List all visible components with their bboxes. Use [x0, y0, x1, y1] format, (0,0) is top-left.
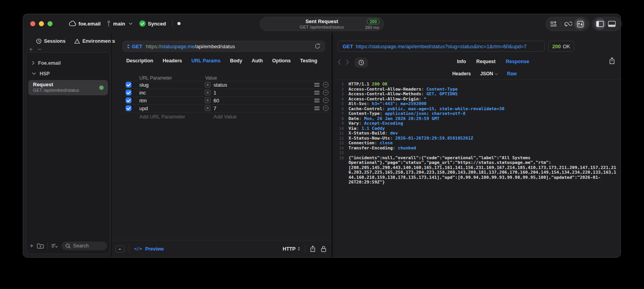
multiline-icon[interactable]	[314, 106, 319, 111]
sync-status-label: Synced	[148, 21, 166, 27]
tab-headers[interactable]: Headers	[162, 58, 182, 64]
response-body: 1HTTP/1.1 200 OK2Access-Control-Allow-He…	[333, 80, 620, 257]
tab-body[interactable]: Body	[230, 58, 242, 64]
tab-description[interactable]: Description	[126, 58, 153, 64]
equals-icon[interactable]	[205, 90, 210, 95]
expand-panel-button[interactable]	[115, 245, 124, 253]
param-name[interactable]: rtm	[139, 98, 147, 104]
param-name[interactable]: slug	[139, 82, 149, 88]
close-button[interactable]	[30, 21, 35, 26]
equals-icon[interactable]	[205, 82, 210, 87]
param-row-inc: inc1	[112, 89, 332, 96]
method-select[interactable]: GET	[132, 44, 142, 49]
line-number: 9	[333, 121, 348, 126]
param-checkbox[interactable]	[126, 82, 131, 88]
zoom-button[interactable]	[47, 21, 53, 26]
line-number: 1	[333, 82, 348, 87]
chevron-down-icon	[495, 72, 498, 75]
add-param-value[interactable]: Add Value	[213, 112, 237, 122]
method-stepper-icon[interactable]	[127, 44, 130, 49]
response-subtab-json[interactable]: JSON	[480, 71, 498, 76]
remove-session-button[interactable]: −	[38, 47, 41, 52]
remove-param-icon[interactable]	[323, 82, 328, 87]
chevron-down-icon	[32, 72, 36, 75]
add-param-name[interactable]: Add URL Parameter	[139, 112, 185, 122]
sidebar-tab-sessions[interactable]: Sessions	[36, 38, 66, 44]
request-list-button[interactable]	[548, 18, 560, 30]
traffic-lights	[30, 21, 53, 26]
response-subtab-raw[interactable]: Raw	[507, 71, 517, 76]
export-response-button[interactable]	[609, 57, 615, 64]
url-host[interactable]: statuspage.me	[161, 44, 195, 49]
multiline-icon[interactable]	[314, 90, 319, 95]
minimize-button[interactable]	[39, 21, 44, 26]
clock-icon	[36, 38, 42, 44]
protocol-select[interactable]: HTTP	[283, 246, 300, 252]
sidebar-group-hsp[interactable]: HSP	[26, 68, 110, 79]
preview-button[interactable]: Preview	[145, 246, 164, 252]
remove-param-icon[interactable]	[323, 98, 328, 103]
param-checkbox[interactable]	[126, 98, 131, 104]
lock-button[interactable]	[321, 246, 326, 252]
tab-url-params[interactable]: URL Params	[192, 58, 221, 64]
remove-param-icon[interactable]	[323, 90, 328, 95]
request-status-dot	[99, 85, 104, 90]
new-request-button[interactable]: +	[30, 243, 33, 249]
equals-icon[interactable]	[205, 98, 210, 103]
multiline-icon[interactable]	[314, 82, 319, 87]
remove-param-icon[interactable]	[323, 105, 328, 111]
chevron-down-icon	[129, 22, 133, 25]
url-bar[interactable]: GET https://statuspage.me/api/embed/stat…	[122, 41, 325, 52]
sidebar-group-foe-email[interactable]: Foe.email	[26, 58, 110, 68]
line-number: 7	[333, 111, 348, 116]
sort-filter-button[interactable]	[51, 244, 58, 248]
tab-testing[interactable]: Testing	[300, 58, 317, 64]
sidebar-bottom-separator	[47, 243, 48, 249]
param-value[interactable]: 7	[213, 105, 216, 111]
resend-request-button[interactable]	[314, 43, 321, 49]
column-header: URL Parameter	[139, 75, 172, 81]
response-tabs: InfoRequestResponse	[366, 59, 620, 64]
sync-loop-button[interactable]	[562, 18, 574, 30]
response-tab-request[interactable]: Request	[476, 59, 495, 64]
search-input[interactable]: Search	[62, 242, 107, 250]
response-tab-info[interactable]: Info	[457, 59, 466, 64]
toggle-left-panel-button[interactable]	[594, 18, 606, 30]
param-value[interactable]: status	[213, 82, 227, 88]
add-session-button[interactable]: +	[29, 47, 33, 52]
tab-options[interactable]: Options	[272, 58, 291, 64]
import-export-button[interactable]	[574, 18, 586, 30]
url-path[interactable]: /api/embed/status	[195, 44, 235, 49]
tab-auth[interactable]: Auth	[252, 58, 263, 64]
multiline-icon[interactable]	[314, 98, 319, 103]
sidebar-item-request[interactable]: Request GET /api/embed/status	[28, 80, 108, 95]
param-value[interactable]: 1	[213, 90, 216, 96]
response-tab-response[interactable]: Response	[506, 59, 529, 64]
param-row-upd: upd7	[112, 104, 332, 112]
sent-url: https://statuspage.me/api/embed/status?s…	[356, 44, 527, 49]
branch-menu[interactable]: main	[107, 20, 132, 27]
history-back-button[interactable]	[338, 59, 341, 65]
new-folder-button[interactable]	[37, 243, 44, 249]
line-number: 12	[333, 136, 348, 141]
sidebar: Sessions Environments + −	[26, 33, 110, 254]
share-icon	[609, 57, 615, 64]
param-value[interactable]: 60	[213, 98, 219, 104]
line-number: 2	[333, 87, 348, 92]
toggle-bottom-panel-button[interactable]	[606, 18, 618, 30]
history-forward-button[interactable]	[346, 59, 349, 65]
sync-status[interactable]: Synced	[139, 20, 166, 27]
param-checkbox[interactable]	[126, 90, 131, 96]
line-number: 4	[333, 97, 348, 102]
project-menu[interactable]: foe.email	[69, 21, 100, 27]
response-subtab-headers[interactable]: Headers	[452, 71, 471, 76]
sidebar-tab-environments[interactable]: Environments	[74, 38, 115, 44]
param-checkbox[interactable]	[126, 105, 131, 111]
line-number: 10	[333, 126, 348, 131]
share-button[interactable]	[310, 245, 316, 252]
equals-icon[interactable]	[205, 105, 210, 111]
url-scheme[interactable]: https://	[146, 44, 161, 49]
request-status-pill[interactable]: Sent Request GET /api/embed/status 200 2…	[260, 17, 384, 31]
param-name[interactable]: inc	[139, 90, 146, 96]
param-name[interactable]: upd	[139, 105, 148, 111]
